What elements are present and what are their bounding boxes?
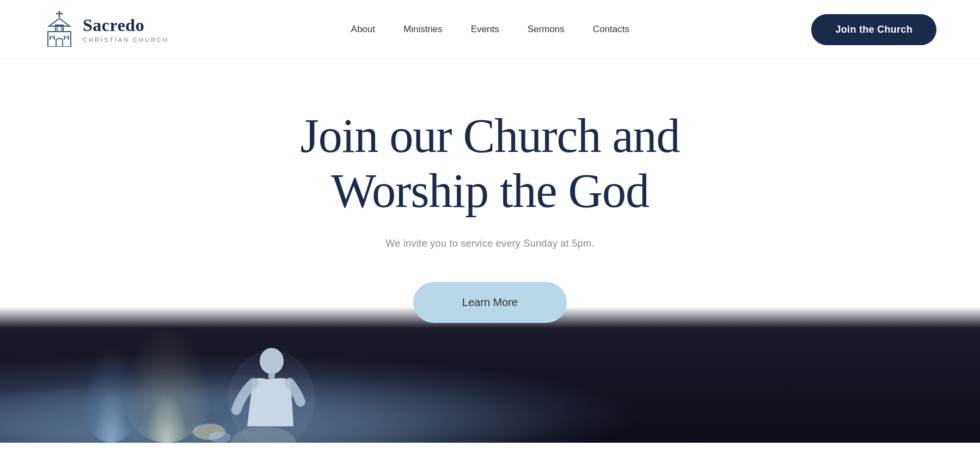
svg-point-10: [209, 432, 231, 443]
nav-ministries[interactable]: Ministries: [403, 24, 443, 35]
church-icon: [44, 10, 75, 49]
hero-subtitle: We invite you to service every Sunday at…: [385, 238, 594, 249]
nav-events[interactable]: Events: [471, 24, 499, 35]
main-nav: About Ministries Events Sermons Contacts: [351, 24, 629, 35]
hero-title-line2: Worship the God: [331, 164, 649, 217]
hero-title: Join our Church and Worship the God: [300, 108, 679, 218]
logo-name: Sacredo: [83, 16, 169, 35]
logo-area: Sacredo CHRISTIAN CHURCH: [44, 10, 169, 49]
person-figure: [176, 317, 351, 443]
hero-title-line1: Join our Church and: [300, 109, 679, 162]
join-church-button[interactable]: Join the Church: [811, 14, 936, 45]
svg-point-8: [228, 350, 315, 443]
nav-sermons[interactable]: Sermons: [528, 24, 565, 35]
site-header: Sacredo CHRISTIAN CHURCH About Ministrie…: [0, 0, 980, 59]
svg-rect-4: [48, 32, 71, 47]
nav-contacts[interactable]: Contacts: [593, 24, 629, 35]
hero-section: Join our Church and Worship the God We i…: [0, 59, 980, 307]
light-effect-2: [78, 345, 144, 443]
logo-text-block: Sacredo CHRISTIAN CHURCH: [83, 16, 169, 42]
learn-more-button[interactable]: Learn More: [413, 282, 567, 323]
logo-subtitle: CHRISTIAN CHURCH: [83, 36, 169, 43]
nav-about[interactable]: About: [351, 24, 375, 35]
bottom-image-section: [0, 307, 980, 443]
